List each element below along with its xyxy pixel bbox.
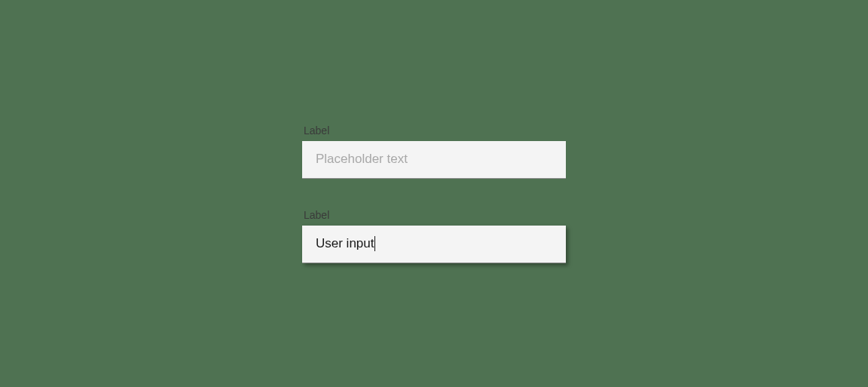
field-2-value: User input — [316, 236, 374, 251]
form-field-2: Label User input — [302, 209, 566, 263]
field-1-label: Label — [302, 124, 566, 137]
form-field-1: Label — [302, 124, 566, 179]
text-cursor-icon — [374, 236, 375, 251]
field-2-input[interactable]: User input — [302, 226, 566, 263]
field-2-label: Label — [302, 209, 566, 221]
field-1-input[interactable] — [302, 141, 566, 179]
